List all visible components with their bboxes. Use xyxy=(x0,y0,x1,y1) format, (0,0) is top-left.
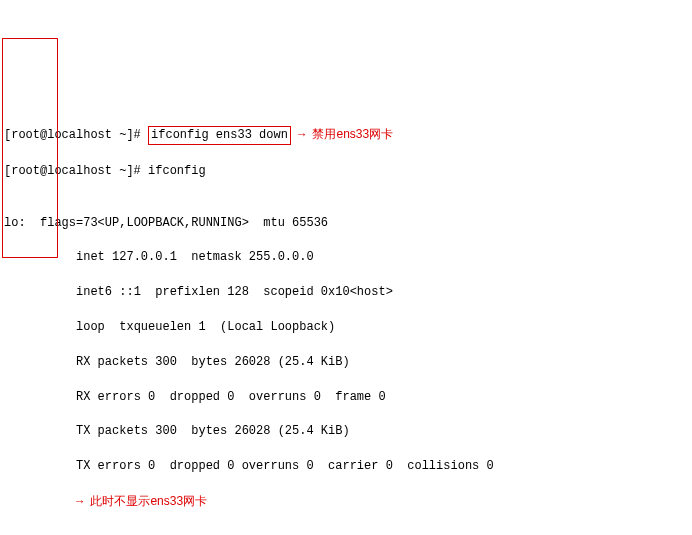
lo-l2: inet6 ::1 prefixlen 128 scopeid 0x10<hos… xyxy=(4,284,688,301)
lo-l7: TX errors 0 dropped 0 overruns 0 carrier… xyxy=(4,458,688,475)
lo-l3: loop txqueuelen 1 (Local Loopback) xyxy=(4,319,688,336)
cmd-line-2: [root@localhost ~]# ifconfig xyxy=(4,163,688,180)
lo-header: lo: flags=73<UP,LOOPBACK,RUNNING> mtu 65… xyxy=(4,215,688,232)
lo-l5: RX errors 0 dropped 0 overruns 0 frame 0 xyxy=(4,389,688,406)
cmd-ifconfig-down: ifconfig ens33 down xyxy=(148,126,291,145)
anno-disable: 禁用ens33网卡 xyxy=(312,127,393,141)
lo-l4: RX packets 300 bytes 26028 (25.4 KiB) xyxy=(4,354,688,371)
prompt: [root@localhost ~]# xyxy=(4,164,141,178)
prompt: [root@localhost ~]# xyxy=(4,128,141,142)
lo-l1: inet 127.0.0.1 netmask 255.0.0.0 xyxy=(4,249,688,266)
arrow-icon: → xyxy=(298,128,305,142)
cmd-line-1: [root@localhost ~]# ifconfig ens33 down … xyxy=(4,126,688,145)
anno-now-hidden: 此时不显示ens33网卡 xyxy=(90,494,207,508)
arrow-icon: → xyxy=(76,495,83,509)
iface-lo: lo: xyxy=(4,216,26,230)
anno-hidden-line: → 此时不显示ens33网卡 xyxy=(4,493,688,511)
cmd-ifconfig: ifconfig xyxy=(148,164,206,178)
lo-l6: TX packets 300 bytes 26028 (25.4 KiB) xyxy=(4,423,688,440)
